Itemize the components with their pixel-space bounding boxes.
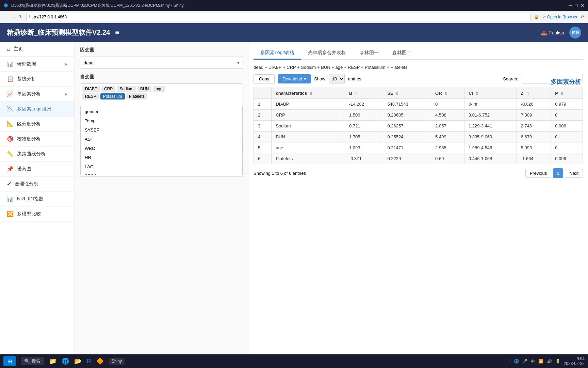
back-button[interactable]: ← (3, 14, 8, 19)
tab-stepwise-merge[interactable]: 先单后多合并表格 (301, 47, 353, 60)
previous-button[interactable]: Previous (525, 169, 552, 178)
panel-title: 多因素分析 (551, 78, 581, 86)
dropdown-item-gender[interactable]: gender (81, 107, 242, 116)
search-text: 搜索 (32, 358, 40, 364)
col-P[interactable]: P ⇅ (551, 88, 583, 99)
variable-tags-container[interactable]: DIABP CRP Sodium BUN age RESP Potassium … (80, 83, 243, 107)
col-CI[interactable]: CI ⇅ (464, 88, 517, 99)
sidebar-label-research-data: 研究数据 (17, 61, 36, 67)
tag-Sodium[interactable]: Sodium (117, 86, 136, 92)
chevron-right-icon: ▶ (65, 62, 68, 66)
table-row: 2 CRP 1.506 0.20605 4.508 3.01-6.752 7.3… (254, 110, 583, 121)
sidebar-item-home[interactable]: ⌂ 主页 (0, 42, 75, 57)
entries-label: entries (348, 76, 361, 81)
taskbar-volume-icon: 🔊 (547, 359, 552, 364)
close-button[interactable]: ✕ (581, 3, 585, 8)
tag-age[interactable]: age (153, 86, 165, 92)
research-data-icon: 📊 (7, 61, 14, 67)
multimodel-icon: 🔀 (7, 211, 14, 217)
variable-dropdown: gender Temp SYSBP AST WBC HR LAC SPO2 (80, 107, 243, 175)
dependent-var-select[interactable]: dead (80, 57, 243, 69)
tags-row-2: RESP Potassium Platelets (82, 93, 241, 99)
sidebar-item-calibration[interactable]: 🎯 校准度分析 (0, 132, 75, 147)
tag-RESP[interactable]: RESP (82, 93, 99, 99)
tag-Platelets[interactable]: Platelets (126, 93, 147, 99)
open-in-browser-link[interactable]: ↗ Open in Browser (542, 15, 577, 19)
minimize-button[interactable]: ─ (569, 3, 572, 8)
publish-button[interactable]: 📤 Publish (541, 30, 564, 35)
tab-multivariate-logit[interactable]: 多因素Logit表格 (254, 47, 301, 60)
sidebar: ⌂ 主页 📊 研究数据 ▶ 📋 基线分析 📈 单因素分析 ▶ (0, 42, 75, 354)
download-button[interactable]: Download ▾ (278, 74, 311, 83)
dropdown-item-WBC[interactable]: WBC (81, 144, 242, 153)
sidebar-item-decision[interactable]: 📏 决策曲线分析 (0, 147, 75, 162)
sidebar-label-baseline: 基线分析 (17, 76, 36, 82)
dropdown-item-Temp[interactable]: Temp (81, 116, 242, 125)
showing-text: Showing 1 to 6 of 6 entries (254, 171, 306, 176)
user-avatar[interactable]: 精鼎 (569, 27, 581, 39)
app-title: 精鼎诊断_临床预测模型软件V2.24 (7, 28, 110, 37)
sidebar-label-home: 主页 (14, 46, 23, 52)
sidebar-item-research-data[interactable]: 📊 研究数据 ▶ (0, 57, 75, 72)
app-header: 精鼎诊断_临床预测模型软件V2.24 ≡ 📤 Publish 精鼎 (0, 23, 588, 42)
tag-Potassium[interactable]: Potassium (100, 93, 125, 99)
tags-row-1: DIABP CRP Sodium BUN age (82, 86, 241, 92)
copy-button[interactable]: Copy (254, 74, 275, 83)
sidebar-item-stratified[interactable]: 📐 区分度分析 (0, 117, 75, 132)
col-Z[interactable]: Z ⇅ (517, 88, 551, 99)
page-number[interactable]: 1 (553, 168, 563, 178)
hamburger-menu-button[interactable]: ≡ (115, 29, 119, 36)
taskbar-up-arrow[interactable]: ^ (508, 359, 510, 364)
taskbar-files-icon[interactable]: 📂 (74, 357, 82, 365)
taskbar-r-icon[interactable]: R (87, 358, 91, 365)
sidebar-item-nri-idi[interactable]: 📊 NRI_IDI指数 (0, 191, 75, 206)
dependent-var-wrapper: dead ▾ (80, 57, 243, 69)
content-area: 因变量 dead ▾ 自变量 DIABP CRP Sodium BUN age … (75, 42, 588, 354)
dropdown-item-HR[interactable]: HR (81, 153, 242, 162)
col-OR[interactable]: OR ⇅ (431, 88, 464, 99)
taskbar-battery-icon: 🔋 (555, 359, 560, 364)
forward-button[interactable]: → (11, 14, 16, 19)
sidebar-item-baseline[interactable]: 📋 基线分析 (0, 72, 75, 87)
multivariate-icon: 📉 (7, 106, 14, 112)
col-characteristics[interactable]: characteristics ⇅ (272, 88, 345, 99)
sidebar-item-multivariate[interactable]: 📉 多因素Logit回归 (0, 102, 75, 117)
tab-forest-1[interactable]: 森林图一 (353, 47, 386, 60)
sidebar-label-nomogram: 诺莫图 (17, 166, 31, 172)
refresh-button[interactable]: ↻ (19, 14, 23, 19)
tabs: 多因素Logit表格 先单后多合并表格 森林图一 森林图二 (254, 47, 583, 60)
dropdown-item-LAC[interactable]: LAC (81, 162, 242, 171)
sidebar-label-univariate: 单因素分析 (17, 91, 41, 97)
chevron-right-icon-2: ▶ (65, 92, 68, 96)
url-input[interactable] (26, 13, 530, 21)
col-B[interactable]: B ⇅ (345, 88, 383, 99)
sidebar-item-rationality[interactable]: ✔ 合理性分析 (0, 177, 75, 191)
search-bar[interactable]: 🔍 搜索 (21, 357, 44, 365)
taskbar-shiny-app[interactable]: Shiny (109, 358, 125, 365)
taskbar-network-icon: 🌐 (514, 359, 519, 364)
taskbar-edge-icon[interactable]: 🌐 (62, 357, 69, 365)
show-entries-select[interactable]: 10 25 50 (329, 74, 345, 83)
tag-DIABP[interactable]: DIABP (82, 86, 100, 92)
sidebar-item-multimodel[interactable]: 🔀 多模型比较 (0, 206, 75, 221)
sidebar-label-decision: 决策曲线分析 (17, 151, 46, 157)
tag-CRP[interactable]: CRP (101, 86, 115, 92)
next-button[interactable]: Next (565, 169, 583, 178)
dropdown-item-SPO2[interactable]: SPO2 (81, 171, 242, 175)
dropdown-item-AST[interactable]: AST (81, 135, 242, 144)
reload-icon[interactable]: ⟳ (581, 14, 585, 19)
start-button[interactable]: ⊞ (3, 356, 16, 366)
left-panel: 因变量 dead ▾ 自变量 DIABP CRP Sodium BUN age … (75, 42, 248, 354)
sidebar-label-rationality: 合理性分析 (15, 181, 38, 187)
nomogram-icon: 📌 (7, 166, 14, 172)
taskbar-app-icon[interactable]: 🔶 (96, 357, 104, 365)
col-SE[interactable]: SE ⇅ (383, 88, 431, 99)
taskbar-mic-icon: 🎤 (522, 359, 527, 364)
taskbar-explorer-icon[interactable]: 📁 (49, 357, 56, 365)
tab-forest-2[interactable]: 森林图二 (386, 47, 418, 60)
sidebar-item-univariate[interactable]: 📈 单因素分析 ▶ (0, 87, 75, 102)
sidebar-item-nomogram[interactable]: 📌 诺莫图 (0, 162, 75, 177)
maximize-button[interactable]: □ (575, 3, 578, 8)
dropdown-item-SYSBP[interactable]: SYSBP (81, 125, 242, 135)
tag-BUN[interactable]: BUN (137, 86, 151, 92)
